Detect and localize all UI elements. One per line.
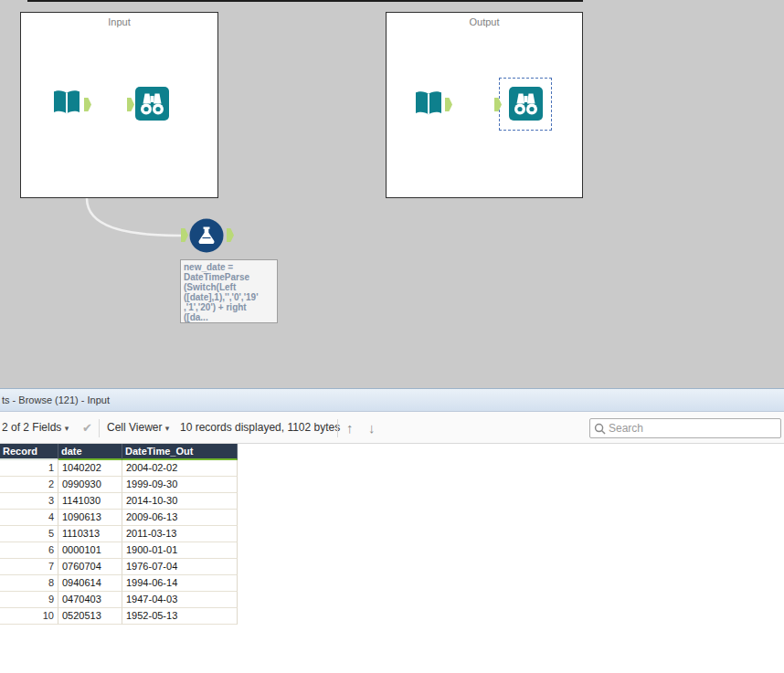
results-toolbar: 2 of 2 Fields ▾ ✔ Cell Viewer ▾ 10 recor… [0,412,784,444]
cell-date[interactable]: 0760704 [58,559,122,575]
cell-datetime-out[interactable]: 2011-03-13 [122,526,238,542]
column-header-datetime-out[interactable]: DateTime_Out [122,444,238,460]
container-output-label: Output [387,16,582,27]
binoculars-icon [509,87,543,121]
record-number: 2 [0,477,58,493]
formula-flask-icon [189,218,224,253]
output-anchor[interactable] [227,228,234,242]
table-row[interactable]: 8 0940614 1994-06-14 [0,575,238,592]
cell-datetime-out[interactable]: 1900-01-01 [122,542,238,559]
record-number: 6 [0,542,58,559]
binoculars-icon [135,87,169,121]
output-data-book-icon [411,87,446,121]
connection-wire-input-to-formula[interactable] [87,198,182,236]
record-number: 8 [0,575,58,592]
search-box[interactable] [589,418,781,438]
scroll-down-icon[interactable]: ↓ [368,420,376,436]
formula-tool[interactable] [189,218,224,257]
column-header-date[interactable]: date [58,444,122,460]
records-info: 10 records displayed, 1102 bytes [180,421,340,434]
formula-annotation-text: new_date = DateTimeParse (Switch(Left ([… [184,262,274,322]
apply-checkmark-icon[interactable]: ✔ [82,421,92,435]
input-anchor[interactable] [181,228,188,242]
column-header-record[interactable]: Record [0,444,58,460]
input-data-book-icon [49,86,84,121]
cell-date[interactable]: 0940614 [58,575,122,592]
results-panel: ts - Browse (121) - Input 2 of 2 Fields … [0,388,784,673]
cell-datetime-out[interactable]: 1999-09-30 [122,477,238,493]
cell-date[interactable]: 0990930 [58,477,122,493]
browse-tool-input-container[interactable] [135,87,169,124]
table-row[interactable]: 4 1090613 2009-06-13 [0,510,238,526]
cell-datetime-out[interactable]: 1994-06-14 [122,575,238,592]
table-row[interactable]: 2 0990930 1999-09-30 [0,477,238,493]
grid-header-row: Record date DateTime_Out [0,444,238,460]
cell-date[interactable]: 1040202 [58,460,122,477]
record-number: 9 [0,592,58,608]
cell-datetime-out[interactable]: 1947-04-03 [122,592,238,608]
chevron-down-icon: ▾ [65,424,69,433]
table-row[interactable]: 3 1141030 2014-10-30 [0,493,238,510]
toolbar-separator [337,419,338,437]
record-number: 4 [0,510,58,526]
cutoff-container-edge [27,0,583,2]
table-row[interactable]: 7 0760704 1976-07-04 [0,559,238,575]
table-row[interactable]: 6 0000101 1900-01-01 [0,542,238,559]
chevron-down-icon: ▾ [165,424,170,433]
table-row[interactable]: 1 1040202 2004-02-02 [0,460,238,477]
results-panel-title: ts - Browse (121) - Input [2,394,110,405]
results-grid: Record date DateTime_Out 1 1040202 2004-… [0,444,238,625]
cell-date[interactable]: 1110313 [58,526,122,542]
container-input-label: Input [21,16,217,27]
cell-viewer-dropdown[interactable]: Cell Viewer ▾ [107,421,169,434]
cell-date[interactable]: 1141030 [58,493,122,510]
cell-datetime-out[interactable]: 1952-05-13 [122,608,238,625]
fields-dropdown[interactable]: 2 of 2 Fields ▾ [2,421,69,434]
cell-datetime-out[interactable]: 2014-10-30 [122,493,238,510]
formula-annotation[interactable]: new_date = DateTimeParse (Switch(Left ([… [180,259,278,323]
record-number: 1 [0,460,58,477]
output-data-tool[interactable] [411,87,446,125]
results-panel-header: ts - Browse (121) - Input [0,388,784,412]
record-number: 7 [0,559,58,575]
cell-datetime-out[interactable]: 1976-07-04 [122,559,238,575]
cell-date[interactable]: 0000101 [58,542,122,559]
table-row[interactable]: 9 0470403 1947-04-03 [0,592,238,608]
cell-date[interactable]: 0470403 [58,592,122,608]
record-number: 10 [0,608,58,625]
cell-date[interactable]: 1090613 [58,510,122,526]
scroll-up-icon[interactable]: ↑ [346,420,354,436]
cell-date[interactable]: 0520513 [58,608,122,625]
toolbar-separator [99,419,100,437]
search-icon [594,423,606,435]
cell-viewer-label: Cell Viewer [107,421,162,434]
record-number: 5 [0,526,58,542]
cell-datetime-out[interactable]: 2009-06-13 [122,510,238,526]
browse-tool-output-container[interactable] [509,87,543,124]
search-input[interactable] [609,422,777,435]
input-data-tool[interactable] [49,86,84,124]
table-row[interactable]: 10 0520513 1952-05-13 [0,608,238,625]
table-row[interactable]: 5 1110313 2011-03-13 [0,526,238,542]
fields-dropdown-label: 2 of 2 Fields [2,421,61,434]
record-number: 3 [0,493,58,510]
workflow-canvas[interactable]: Input Output [0,0,784,388]
cell-datetime-out[interactable]: 2004-02-02 [122,460,238,477]
